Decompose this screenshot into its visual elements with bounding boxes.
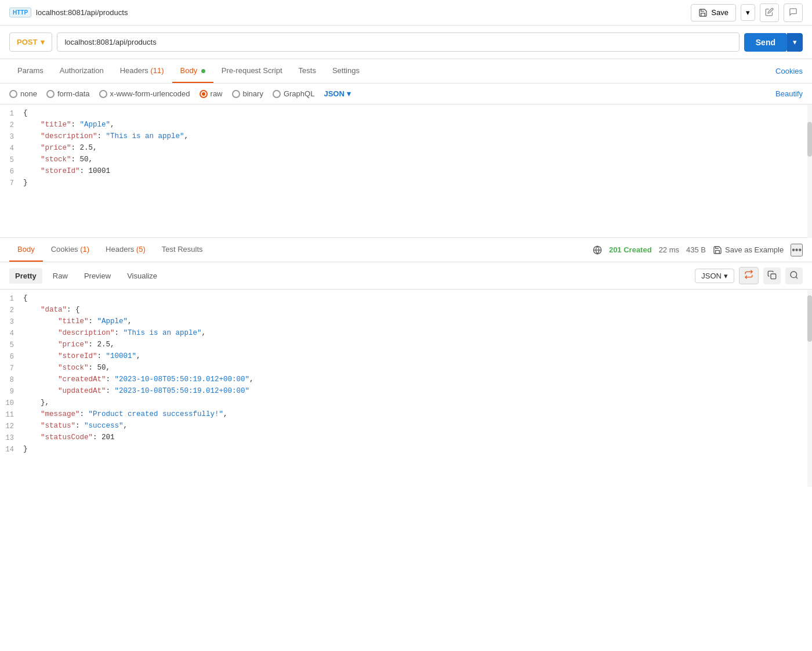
resp-line-num-1: 1 bbox=[0, 294, 23, 303]
code-editor[interactable]: 1 { 2 "title": "Apple", 3 "description":… bbox=[0, 104, 812, 238]
resp-line-num-11: 11 bbox=[0, 410, 23, 419]
resp-line-content-1: { bbox=[23, 294, 812, 302]
tab-params[interactable]: Params bbox=[9, 59, 52, 83]
save-example-button[interactable]: Save as Example bbox=[713, 245, 784, 255]
json-chevron-icon: ▾ bbox=[347, 89, 351, 98]
code-line-1: 1 { bbox=[0, 109, 812, 121]
json-format-select[interactable]: JSON ▾ bbox=[324, 89, 350, 98]
save-example-icon bbox=[713, 245, 722, 255]
radio-label-binary: binary bbox=[243, 89, 263, 98]
resp-tab-test-results[interactable]: Test Results bbox=[154, 238, 211, 262]
radio-circle-graphql bbox=[273, 90, 281, 98]
radio-graphql[interactable]: GraphQL bbox=[273, 89, 314, 98]
resp-tab-body[interactable]: Body bbox=[9, 238, 43, 262]
code-line-7: 7 } bbox=[0, 179, 812, 190]
resp-line-num-4: 4 bbox=[0, 329, 23, 338]
edit-button[interactable] bbox=[760, 3, 779, 22]
beautify-button[interactable]: Beautify bbox=[775, 89, 803, 98]
line-num-7: 7 bbox=[0, 179, 23, 187]
radio-none[interactable]: none bbox=[9, 89, 37, 98]
method-select[interactable]: POST ▾ bbox=[9, 32, 52, 52]
tab-prerequest[interactable]: Pre-request Script bbox=[213, 59, 291, 83]
tab-headers[interactable]: Headers (11) bbox=[112, 59, 172, 83]
radio-label-urlencoded: x-www-form-urlencoded bbox=[110, 89, 190, 98]
tab-settings[interactable]: Settings bbox=[324, 59, 368, 83]
code-line-2: 2 "title": "Apple", bbox=[0, 121, 812, 132]
resp-tab-headers[interactable]: Headers (5) bbox=[97, 238, 154, 262]
radio-label-none: none bbox=[20, 89, 37, 98]
resp-line-num-8: 8 bbox=[0, 375, 23, 384]
code-line-6: 6 "storeId": 10001 bbox=[0, 167, 812, 179]
top-bar-right: Save ▾ bbox=[691, 3, 803, 22]
resp-code-line-7: 7 "stock": 50, bbox=[0, 364, 812, 375]
save-button[interactable]: Save bbox=[691, 4, 736, 21]
resp-format-preview[interactable]: Preview bbox=[78, 268, 117, 284]
save-example-label: Save as Example bbox=[725, 245, 784, 254]
cookies-link[interactable]: Cookies bbox=[775, 67, 803, 75]
radio-circle-urlencoded bbox=[99, 90, 107, 98]
request-tabs-bar: Params Authorization Headers (11) Body P… bbox=[0, 59, 812, 84]
url-input[interactable] bbox=[57, 32, 739, 52]
radio-label-raw: raw bbox=[211, 89, 223, 98]
resp-json-chevron: ▾ bbox=[724, 272, 728, 280]
resp-format-raw[interactable]: Raw bbox=[47, 268, 74, 284]
comment-button[interactable] bbox=[784, 3, 803, 22]
resp-code-line-3: 3 "title": "Apple", bbox=[0, 317, 812, 329]
resp-line-content-10: }, bbox=[23, 399, 812, 407]
resp-line-content-8: "createdAt": "2023-10-08T05:50:19.012+00… bbox=[23, 375, 812, 384]
send-button[interactable]: Send bbox=[744, 33, 787, 52]
line-num-5: 5 bbox=[0, 155, 23, 164]
body-dot bbox=[201, 69, 205, 73]
svg-point-3 bbox=[791, 272, 797, 278]
line-content-4: "price": 2.5, bbox=[23, 144, 812, 152]
wrap-icon bbox=[744, 270, 753, 279]
code-line-4: 4 "price": 2.5, bbox=[0, 144, 812, 155]
request-bar: POST ▾ Send ▾ bbox=[0, 26, 812, 59]
wrap-button[interactable] bbox=[739, 267, 759, 284]
radio-urlencoded[interactable]: x-www-form-urlencoded bbox=[99, 89, 190, 98]
resp-line-num-12: 12 bbox=[0, 422, 23, 431]
line-content-5: "stock": 50, bbox=[23, 155, 812, 164]
response-scrollbar[interactable] bbox=[807, 290, 812, 487]
resp-status-bar: 201 Created 22 ms 435 B Save as Example … bbox=[593, 244, 803, 256]
radio-label-form-data: form-data bbox=[57, 89, 90, 98]
radio-binary[interactable]: binary bbox=[232, 89, 263, 98]
resp-line-num-13: 13 bbox=[0, 433, 23, 442]
line-content-7: } bbox=[23, 179, 812, 187]
response-code-editor[interactable]: 1 { 2 "data": { 3 "title": "Apple", 4 "d… bbox=[0, 290, 812, 487]
editor-scrollbar[interactable] bbox=[807, 104, 812, 238]
response-scrollbar-thumb[interactable] bbox=[807, 295, 812, 342]
radio-form-data[interactable]: form-data bbox=[46, 89, 90, 98]
editor-scrollbar-thumb[interactable] bbox=[807, 122, 812, 157]
resp-json-select[interactable]: JSON ▾ bbox=[695, 269, 734, 283]
resp-tab-cookies[interactable]: Cookies (1) bbox=[43, 238, 97, 262]
line-content-2: "title": "Apple", bbox=[23, 121, 812, 129]
line-num-3: 3 bbox=[0, 132, 23, 141]
resp-code-line-13: 13 "statusCode": 201 bbox=[0, 433, 812, 445]
line-content-1: { bbox=[23, 109, 812, 117]
resp-line-content-12: "status": "success", bbox=[23, 422, 812, 430]
response-format-bar: Pretty Raw Preview Visualize JSON ▾ bbox=[0, 262, 812, 290]
more-options-button[interactable]: ••• bbox=[791, 244, 803, 256]
status-code: 201 Created bbox=[609, 245, 652, 254]
body-type-bar: none form-data x-www-form-urlencoded raw… bbox=[0, 84, 812, 104]
tab-authorization[interactable]: Authorization bbox=[52, 59, 112, 83]
send-dropdown-button[interactable]: ▾ bbox=[787, 33, 803, 52]
tab-tests[interactable]: Tests bbox=[291, 59, 324, 83]
save-dropdown-button[interactable]: ▾ bbox=[741, 4, 755, 21]
resp-code-line-11: 11 "message": "Product created successfu… bbox=[0, 410, 812, 422]
resp-line-num-14: 14 bbox=[0, 445, 23, 454]
resp-code-line-10: 10 }, bbox=[0, 399, 812, 410]
line-num-4: 4 bbox=[0, 144, 23, 153]
tab-body[interactable]: Body bbox=[172, 59, 213, 83]
json-format-label: JSON bbox=[324, 89, 344, 98]
resp-format-pretty[interactable]: Pretty bbox=[9, 268, 42, 284]
save-icon bbox=[698, 8, 708, 17]
resp-line-content-7: "stock": 50, bbox=[23, 364, 812, 372]
copy-button[interactable] bbox=[763, 267, 781, 284]
radio-raw[interactable]: raw bbox=[200, 89, 223, 98]
resp-format-visualize[interactable]: Visualize bbox=[121, 268, 163, 284]
search-button[interactable] bbox=[785, 267, 803, 284]
resp-line-num-2: 2 bbox=[0, 306, 23, 314]
code-line-5: 5 "stock": 50, bbox=[0, 155, 812, 167]
